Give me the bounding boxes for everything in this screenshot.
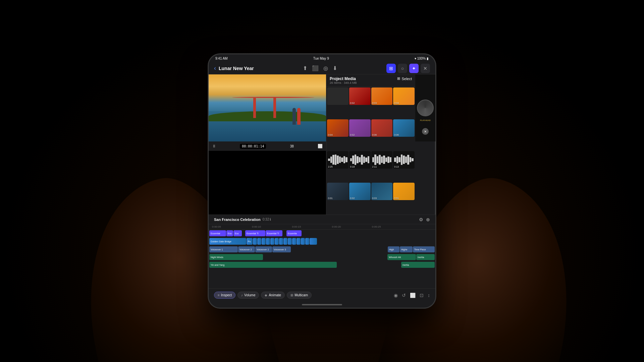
music-clip-inertia[interactable]: Inertia <box>416 254 435 260</box>
crop-button[interactable]: ⬜ <box>410 293 416 298</box>
voiceover-track-content: Voiceover 1 Voiceover 2 Voiceover 2 Voic… <box>209 246 435 253</box>
hills-layer <box>209 111 326 121</box>
thumb-duration-4: 0:04 <box>394 102 399 104</box>
music-clip-nightwinds[interactable]: Night Winds <box>209 254 263 260</box>
voiceover-clip-1[interactable]: Voiceover 1 <box>209 246 238 252</box>
video-clip-4[interactable] <box>257 238 261 245</box>
title-clip-3[interactable]: Ess <box>233 230 242 236</box>
video-clip-ggbridge[interactable]: Golden Gate Bridge <box>209 238 246 245</box>
back-button[interactable]: ‹ <box>214 65 216 72</box>
more-button[interactable]: ↕ <box>428 293 430 298</box>
animate-button[interactable]: ◈ Animate <box>261 292 285 299</box>
video-clip-12[interactable] <box>292 238 296 245</box>
thumb-duration-8: 0:06 <box>394 134 399 136</box>
media-thumb-12[interactable]: 0:13 <box>393 151 415 169</box>
globe-icon[interactable]: ◎ <box>323 65 328 71</box>
voiceover-clip-5[interactable]: High <box>388 246 399 252</box>
video-clip-10[interactable] <box>283 238 287 245</box>
camera-icon[interactable]: ⬛ <box>312 65 319 71</box>
media-thumb-14[interactable]: 0:02 <box>349 183 371 200</box>
voiceover-track: Voiceover 1 Voiceover 2 Voiceover 2 Voic… <box>209 246 435 253</box>
title-clip-6[interactable]: Essentia <box>286 230 302 236</box>
voiceover-clip-6[interactable]: Highe <box>400 246 413 252</box>
title-bar: ‹ Lunar New Year ⬆ ⬛ ◎ ⬇ ⊞ ○ ✦ ✕ <box>209 62 435 74</box>
voiceover-clip-2[interactable]: Voiceover 2 <box>238 246 255 252</box>
media-thumb-5[interactable]: 0:04 <box>327 119 348 137</box>
music-track-1-content: Night Winds Whoosh Hit Inertia <box>209 253 435 261</box>
volume-button[interactable]: ♪ Volume <box>237 292 259 299</box>
video-clip-15[interactable] <box>305 238 309 245</box>
ruler-mark-2: 0:00:10 <box>252 225 292 228</box>
figure-2 <box>297 108 301 125</box>
video-clip-11[interactable] <box>288 238 292 245</box>
thumb-duration-3: 0:03 <box>372 102 377 104</box>
media-thumb-1[interactable] <box>327 87 348 105</box>
jog-wheel[interactable] <box>417 100 434 116</box>
share-icon[interactable]: ⬆ <box>303 65 307 71</box>
thumb-duration-16: 0:01 <box>394 197 399 199</box>
voiceover-clip-3[interactable]: Voiceover 2 <box>255 246 272 252</box>
video-clip-16[interactable] <box>310 238 317 245</box>
title-bar-right: ⊞ ○ ✦ ✕ <box>386 64 430 73</box>
video-controls-bar: ⏸ 00:00:01:14 38 ⬜ <box>209 141 326 151</box>
title-track-content: Essential Ess Ess Essential Ti Essential… <box>209 230 435 237</box>
media-thumb-3[interactable]: 0:03 <box>371 87 393 105</box>
media-thumb-2[interactable]: 0:02 <box>349 87 371 105</box>
media-thumb-6[interactable]: 0:02 <box>349 119 371 137</box>
media-thumb-10[interactable]: 0:18 <box>349 151 371 169</box>
media-thumb-11[interactable]: 2:11 <box>371 151 393 169</box>
media-thumb-7[interactable]: 0:06 <box>371 119 393 137</box>
video-clip-13[interactable] <box>297 238 301 245</box>
undo-button[interactable]: ↺ <box>402 293 406 298</box>
music-track-2: Yin and Yang Inertia <box>209 261 435 268</box>
video-clip-8[interactable] <box>275 238 279 245</box>
timecode-display: 00:00:01:14 <box>240 144 266 149</box>
info-icon[interactable]: ℹ <box>270 218 271 221</box>
pause-icon[interactable]: ⏸ <box>212 144 216 148</box>
timeline-project-name: San Francisco Celebration <box>214 218 261 222</box>
voiceover-clip-4[interactable]: Voiceover 3 <box>272 246 291 252</box>
close-button[interactable]: ✕ <box>421 64 430 73</box>
video-preview: ⏸ 00:00:01:14 38 ⬜ <box>209 74 326 215</box>
record-button[interactable]: ◉ <box>394 293 398 298</box>
effects-button[interactable]: ✦ <box>409 64 419 73</box>
media-thumb-8[interactable]: 0:06 <box>393 119 415 137</box>
media-thumb-4[interactable]: 0:04 <box>393 87 415 105</box>
video-clip-9[interactable] <box>279 238 283 245</box>
title-clip-5[interactable]: Essential Ti <box>266 230 282 236</box>
animate-label: Animate <box>269 293 281 297</box>
settings-icon[interactable]: ⚙ <box>419 217 423 222</box>
video-clip-3[interactable] <box>253 238 257 245</box>
media-title-block: Project Media 26 Items · 349.4 MB <box>330 76 357 84</box>
video-clip-7[interactable] <box>270 238 274 245</box>
music-clip-inertia-2[interactable]: Inertia <box>401 262 435 268</box>
media-thumb-13[interactable]: 0:01 <box>327 183 348 200</box>
select-button[interactable]: ⊞ Select <box>397 76 412 81</box>
profile-button[interactable]: ○ <box>398 64 407 73</box>
music-clip-whoosh[interactable]: Whoosh Hit <box>387 254 416 260</box>
media-thumb-9[interactable]: 2:25 <box>327 151 348 169</box>
inspect-button[interactable]: ≡ Inspect <box>214 292 235 299</box>
title-clip-1[interactable]: Essential <box>209 230 226 236</box>
video-clip-2[interactable]: Pu <box>247 238 253 245</box>
voiceover-clip-7[interactable]: Time Piece <box>413 246 435 252</box>
close-dial-button[interactable]: ✕ <box>422 128 429 135</box>
media-thumb-15[interactable]: 0:03 <box>371 183 393 200</box>
video-clip-14[interactable] <box>301 238 305 245</box>
track-area[interactable]: Essential Ess Ess Essential Ti Essential… <box>209 230 435 288</box>
music-clip-yinyang[interactable]: Yin and Yang <box>209 262 337 268</box>
video-clip-6[interactable] <box>266 238 270 245</box>
title-clip-2[interactable]: Ess <box>226 230 233 236</box>
wifi-icon: ▾ <box>415 57 417 60</box>
media-thumb-16[interactable]: 0:01 <box>393 183 415 200</box>
video-clip-5[interactable] <box>262 238 266 245</box>
aspect-ratio-icon[interactable]: ⬜ <box>318 144 323 148</box>
export-icon[interactable]: ⬇ <box>333 65 337 71</box>
multicam-button[interactable]: ⊞ Multicam <box>287 292 312 299</box>
thumb-duration-13: 0:01 <box>328 197 333 199</box>
arrange-button[interactable]: ⊡ <box>420 293 424 298</box>
timeline-option-icon[interactable]: ⊕ <box>426 217 430 222</box>
media-button[interactable]: ⊞ <box>386 64 396 73</box>
title-clip-4[interactable]: Essential Ti <box>245 230 265 236</box>
figures <box>292 108 303 125</box>
